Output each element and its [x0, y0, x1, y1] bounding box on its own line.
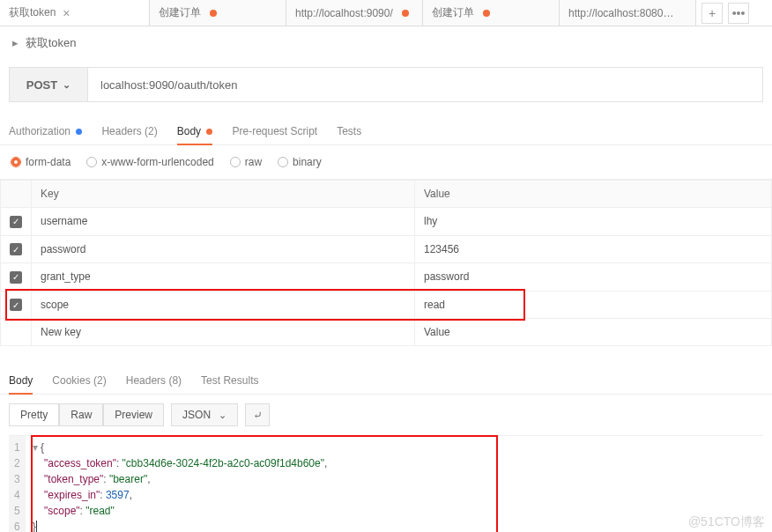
body-type-radios: form-data x-www-form-urlencoded raw bina…	[0, 145, 772, 180]
table-row[interactable]: ✓ password 123456	[1, 235, 772, 263]
tab-actions: + •••	[696, 0, 754, 26]
chevron-down-icon: ⌄	[219, 410, 226, 420]
line-num: 6	[14, 519, 20, 532]
tab-2[interactable]: http://localhost:9090/	[286, 0, 423, 26]
table-new-row[interactable]: New key Value	[1, 319, 772, 346]
count: (8)	[168, 374, 182, 387]
tab-headers[interactable]: Headers (2)	[101, 118, 157, 144]
resptab-headers[interactable]: Headers (8)	[126, 367, 182, 394]
checkbox-header	[1, 181, 32, 208]
request-section-tabs: Authorization Headers (2) Body Pre-reque…	[0, 118, 772, 145]
response-body-viewer[interactable]: 1 2 3 4 5 6 ▾ { "access_token": "cbb34d6…	[9, 435, 763, 532]
label: binary	[293, 156, 322, 168]
label: Authorization	[9, 125, 71, 137]
table-row[interactable]: ✓ username lhy	[1, 208, 772, 236]
new-tab-button[interactable]: +	[701, 3, 723, 24]
key-header: Key	[32, 181, 415, 208]
line-gutter: 1 2 3 4 5 6	[9, 436, 26, 532]
checkbox-checked-icon[interactable]: ✓	[10, 243, 22, 255]
param-value[interactable]: 123456	[414, 235, 771, 263]
collapse-triangle-icon[interactable]: ▸	[12, 36, 19, 49]
table-row[interactable]: ✓ grant_type password	[1, 263, 772, 292]
json-key: "expires_in"	[44, 489, 100, 501]
tab-prerequest[interactable]: Pre-request Script	[232, 118, 317, 144]
table-row[interactable]: ✓ scope read	[1, 291, 772, 319]
radio-raw[interactable]: raw	[230, 156, 262, 168]
form-params-table: Key Value ✓ username lhy ✓ password 1234…	[0, 180, 772, 346]
label: x-www-form-urlencoded	[101, 156, 213, 168]
line-num: 2	[14, 455, 20, 471]
request-row: POST ⌄ localhost:9090/oauth/token	[9, 67, 763, 102]
label: Cookies	[52, 374, 90, 387]
param-value[interactable]: lhy	[414, 208, 771, 236]
watermark-text: @51CTO博客	[688, 514, 765, 530]
tab-label: 创建订单	[432, 5, 474, 20]
param-key[interactable]: username	[32, 208, 415, 236]
format-dropdown[interactable]: JSON ⌄	[171, 403, 238, 426]
json-key: "token_type"	[44, 473, 103, 485]
tab-overflow-button[interactable]: •••	[728, 3, 749, 24]
url-input[interactable]: localhost:9090/oauth/token	[88, 67, 763, 102]
radio-icon	[278, 157, 288, 167]
tab-1[interactable]: 创建订单	[150, 0, 286, 26]
response-section-tabs: Body Cookies (2) Headers (8) Test Result…	[0, 358, 772, 395]
method-dropdown[interactable]: POST ⌄	[9, 67, 88, 102]
checkbox-checked-icon[interactable]: ✓	[10, 299, 22, 311]
json-key: "scope"	[44, 505, 80, 517]
line-num: 4	[14, 487, 20, 503]
new-value-placeholder[interactable]: Value	[414, 319, 771, 346]
line-num: 5	[14, 503, 20, 519]
radio-icon	[230, 157, 241, 167]
json-number: 3597	[106, 489, 130, 501]
cursor-icon	[36, 521, 37, 532]
line-num: 3	[14, 471, 20, 487]
param-value[interactable]: read	[414, 291, 771, 319]
checkbox-checked-icon[interactable]: ✓	[10, 271, 22, 284]
radio-form-data[interactable]: form-data	[11, 156, 71, 168]
close-icon[interactable]: ×	[63, 6, 70, 20]
tab-label: 获取token	[9, 5, 56, 20]
response-view-controls: Pretty Raw Preview JSON ⌄ ⤶	[0, 395, 772, 435]
request-title: 获取token	[26, 36, 77, 49]
status-dot-icon	[76, 129, 82, 135]
tab-4[interactable]: http://localhost:8080/users/	[560, 0, 696, 26]
code-content: ▾ { "access_token": "cbb34d6e-3024-4f2b-…	[26, 436, 335, 532]
param-key[interactable]: grant_type	[32, 263, 415, 292]
fold-toggle-icon[interactable]: ▾	[33, 441, 41, 454]
view-pretty-button[interactable]: Pretty	[9, 403, 59, 426]
radio-selected-icon	[11, 157, 21, 167]
radio-binary[interactable]: binary	[278, 156, 322, 168]
label: form-data	[26, 156, 71, 168]
tab-0[interactable]: 获取token ×	[0, 0, 150, 26]
radio-icon	[86, 157, 97, 167]
tab-authorization[interactable]: Authorization	[9, 118, 82, 144]
status-dot-icon	[206, 129, 212, 135]
unsaved-dot-icon	[483, 10, 490, 17]
chevron-down-icon: ⌄	[63, 79, 71, 91]
radio-urlencoded[interactable]: x-www-form-urlencoded	[86, 156, 213, 168]
url-text: localhost:9090/oauth/token	[100, 78, 237, 92]
resptab-tests[interactable]: Test Results	[201, 367, 258, 394]
tab-label: 创建订单	[159, 5, 201, 20]
param-key[interactable]: password	[32, 235, 415, 263]
tab-body[interactable]: Body	[177, 118, 213, 144]
resptab-cookies[interactable]: Cookies (2)	[52, 367, 106, 394]
tab-3[interactable]: 创建订单	[423, 0, 560, 26]
param-key[interactable]: scope	[32, 291, 415, 319]
unsaved-dot-icon	[402, 10, 409, 17]
count: (2)	[93, 374, 107, 387]
resptab-body[interactable]: Body	[9, 367, 33, 394]
tab-label: http://localhost:9090/	[295, 7, 393, 19]
checkbox-checked-icon[interactable]: ✓	[10, 216, 22, 228]
view-preview-button[interactable]: Preview	[103, 403, 164, 426]
wrap-lines-button[interactable]: ⤶	[245, 403, 270, 426]
view-raw-button[interactable]: Raw	[59, 403, 103, 426]
label: Headers	[101, 125, 141, 137]
tab-tests[interactable]: Tests	[337, 118, 361, 144]
value-header: Value	[414, 181, 771, 208]
json-key: "access_token"	[44, 457, 116, 469]
new-key-placeholder[interactable]: New key	[32, 319, 415, 346]
param-value[interactable]: password	[414, 263, 771, 292]
json-string: "read"	[85, 505, 115, 517]
label: raw	[245, 156, 262, 168]
